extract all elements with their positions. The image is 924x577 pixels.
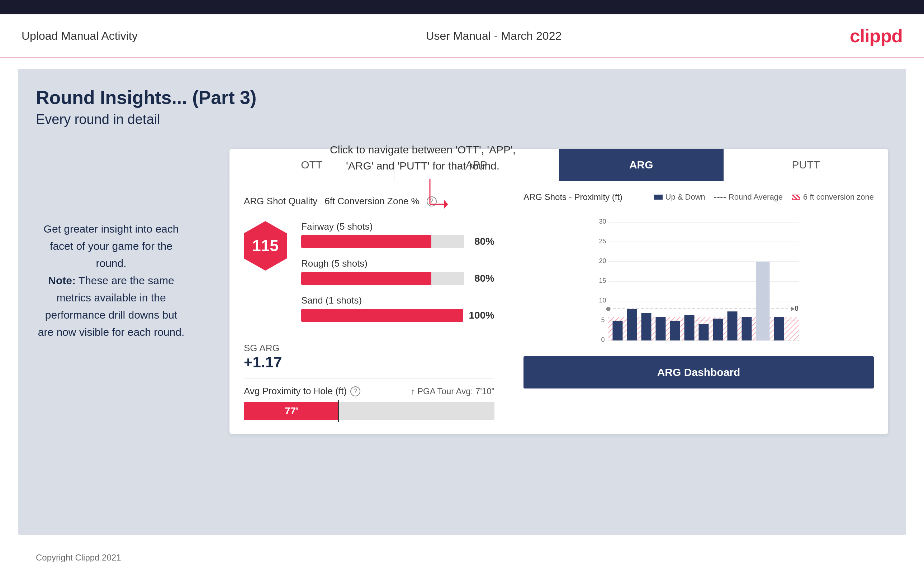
svg-rect-28 bbox=[670, 321, 680, 340]
svg-rect-29 bbox=[685, 315, 695, 340]
bar-pct-rough: 80% bbox=[469, 273, 494, 284]
legend-label-updown: Up & Down bbox=[666, 192, 705, 202]
score-area: 115 Fairway (5 shots) bbox=[244, 221, 494, 332]
top-bar bbox=[0, 0, 924, 15]
legend-item-updown: Up & Down bbox=[654, 192, 705, 202]
tab-putt[interactable]: PUTT bbox=[724, 149, 888, 181]
bar-row-rough: Rough (5 shots) 80% bbox=[301, 258, 494, 285]
legend-label-avg: Round Average bbox=[729, 192, 783, 202]
svg-rect-25 bbox=[627, 309, 637, 340]
legend: Up & Down Round Average 6 ft conversion … bbox=[654, 192, 874, 202]
proximity-value: 77' bbox=[285, 405, 298, 417]
svg-rect-33 bbox=[742, 317, 752, 340]
proximity-help-icon[interactable]: ? bbox=[350, 386, 360, 396]
tab-arg[interactable]: ARG bbox=[559, 149, 724, 181]
nav-hint: Click to navigate between 'OTT', 'APP','… bbox=[330, 142, 515, 220]
svg-text:25: 25 bbox=[599, 238, 606, 245]
bar-track-rough bbox=[301, 272, 464, 285]
chart-area: 0 5 10 15 20 25 30 bbox=[523, 209, 874, 345]
description-text: Get greater insight into each facet of y… bbox=[36, 221, 186, 341]
tabs-container: OTT APP ARG PUTT bbox=[229, 149, 888, 181]
hex-container: 115 bbox=[244, 221, 287, 271]
bar-label-rough: Rough (5 shots) bbox=[301, 258, 494, 269]
svg-rect-35 bbox=[774, 317, 784, 340]
pga-avg: ↑ PGA Tour Avg: 7'10" bbox=[410, 386, 494, 396]
legend-swatch-conversion bbox=[792, 195, 800, 200]
proximity-header: Avg Proximity to Hole (ft) ? ↑ PGA Tour … bbox=[244, 386, 494, 397]
header: Upload Manual Activity User Manual - Mar… bbox=[0, 15, 924, 58]
legend-item-avg: Round Average bbox=[714, 192, 783, 202]
bar-container-sand: 100% bbox=[301, 309, 494, 322]
bar-label-fairway: Fairway (5 shots) bbox=[301, 221, 494, 232]
proximity-section: Avg Proximity to Hole (ft) ? ↑ PGA Tour … bbox=[244, 378, 494, 420]
copyright: Copyright Clippd 2021 bbox=[36, 553, 121, 562]
svg-rect-34 bbox=[756, 262, 770, 340]
svg-text:8: 8 bbox=[795, 305, 798, 312]
proximity-label: Avg Proximity to Hole (ft) ? bbox=[244, 386, 360, 397]
svg-text:0: 0 bbox=[601, 336, 605, 343]
svg-rect-27 bbox=[656, 317, 666, 340]
svg-rect-31 bbox=[713, 319, 723, 340]
bar-container-rough: 80% bbox=[301, 272, 494, 285]
bar-fill-sand bbox=[301, 309, 463, 322]
chart-title: ARG Shots - Proximity (ft) bbox=[523, 192, 622, 202]
nav-hint-text: Click to navigate between 'OTT', 'APP','… bbox=[330, 142, 515, 174]
sg-section: SG ARG +1.17 bbox=[244, 343, 494, 371]
bars-section: Fairway (5 shots) 80% Rough (5 shots) bbox=[301, 221, 494, 332]
round-insights-card: OTT APP ARG PUTT ARG Shot Quality 6ft Co… bbox=[229, 149, 888, 434]
svg-rect-24 bbox=[613, 321, 623, 340]
svg-marker-21 bbox=[792, 307, 795, 311]
legend-swatch-updown bbox=[654, 195, 662, 200]
cursor-line bbox=[338, 400, 339, 422]
svg-text:15: 15 bbox=[599, 277, 606, 284]
logo: clippd bbox=[850, 25, 903, 47]
svg-text:5: 5 bbox=[601, 316, 605, 324]
proximity-bar-fill: 77' bbox=[244, 402, 339, 420]
bar-pct-fairway: 80% bbox=[469, 236, 494, 247]
legend-label-conversion: 6 ft conversion zone bbox=[803, 192, 874, 202]
card-right-panel: ARG Shots - Proximity (ft) Up & Down Rou… bbox=[509, 181, 888, 434]
bar-container-fairway: 80% bbox=[301, 235, 494, 248]
svg-rect-30 bbox=[699, 324, 709, 340]
card-body: ARG Shot Quality 6ft Conversion Zone % ? bbox=[229, 181, 888, 434]
bar-track-fairway bbox=[301, 235, 464, 248]
svg-rect-26 bbox=[641, 313, 651, 340]
legend-swatch-avg bbox=[714, 197, 726, 198]
hex-score: 115 bbox=[244, 221, 287, 271]
bar-row-sand: Sand (1 shots) 100% bbox=[301, 295, 494, 322]
sg-label: SG ARG bbox=[244, 343, 494, 354]
svg-text:10: 10 bbox=[599, 297, 606, 304]
shot-quality-label: ARG Shot Quality bbox=[244, 196, 317, 207]
bar-fill-rough bbox=[301, 272, 431, 285]
svg-text:30: 30 bbox=[599, 218, 606, 225]
bar-fill-fairway bbox=[301, 235, 431, 248]
svg-text:20: 20 bbox=[599, 257, 606, 264]
arg-dashboard-button[interactable]: ARG Dashboard bbox=[523, 356, 874, 388]
bar-track-sand bbox=[301, 309, 463, 322]
page-subtitle: Every round in detail bbox=[36, 112, 888, 127]
upload-label: Upload Manual Activity bbox=[21, 29, 138, 43]
left-panel: Get greater insight into each facet of y… bbox=[36, 149, 208, 341]
page-title: Round Insights... (Part 3) bbox=[36, 87, 888, 108]
nav-arrow-icon bbox=[419, 176, 462, 219]
bar-row-fairway: Fairway (5 shots) 80% bbox=[301, 221, 494, 248]
svg-rect-32 bbox=[727, 311, 738, 340]
bar-label-sand: Sand (1 shots) bbox=[301, 295, 494, 306]
legend-item-conversion: 6 ft conversion zone bbox=[792, 192, 874, 202]
sg-value: +1.17 bbox=[244, 354, 494, 371]
main-content: Round Insights... (Part 3) Every round i… bbox=[18, 69, 906, 535]
svg-point-20 bbox=[606, 307, 611, 311]
proximity-bar-container: 77' bbox=[244, 402, 494, 420]
hex-value: 115 bbox=[252, 237, 278, 255]
chart-header: ARG Shots - Proximity (ft) Up & Down Rou… bbox=[523, 192, 874, 202]
bar-pct-sand: 100% bbox=[468, 309, 494, 321]
user-manual-label: User Manual - March 2022 bbox=[426, 29, 562, 43]
svg-marker-2 bbox=[444, 200, 448, 209]
chart-svg: 0 5 10 15 20 25 30 bbox=[523, 209, 874, 345]
